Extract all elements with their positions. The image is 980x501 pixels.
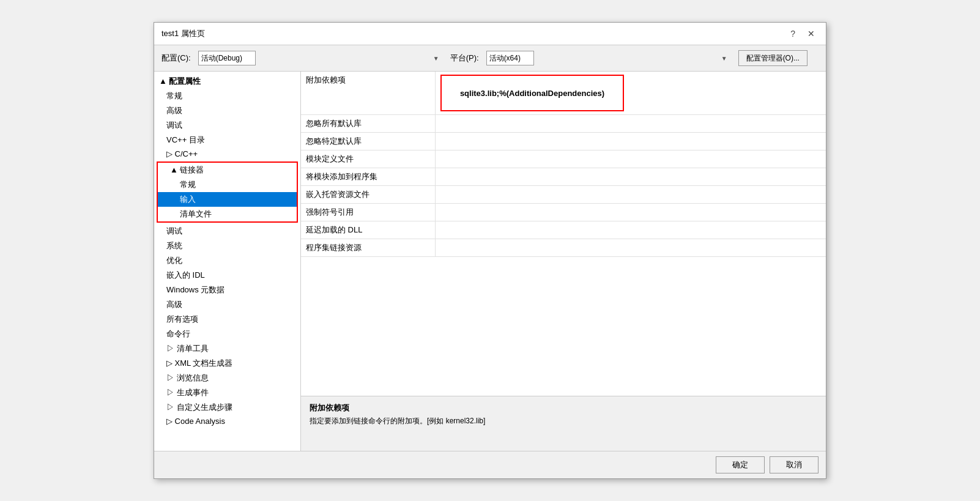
tree-item-debug2[interactable]: 调试 xyxy=(154,224,300,239)
toolbar: 配置(C): 活动(Debug) ▼ 平台(P): 活动(x64) ▼ 配置管理… xyxy=(154,45,826,72)
props-rows: 附加依赖项sqlite3.lib;%(AdditionalDependencie… xyxy=(301,72,826,257)
tree-item-browse-info[interactable]: ▷ 浏览信息 xyxy=(154,371,300,385)
prop-row-3: 模块定义文件 xyxy=(301,150,826,168)
platform-select-arrow: ▼ xyxy=(721,55,727,62)
prop-name-7: 延迟加载的 DLL xyxy=(301,221,436,239)
tree-item-advanced[interactable]: 高级 xyxy=(154,103,300,118)
properties-table: 附加依赖项sqlite3.lib;%(AdditionalDependencie… xyxy=(301,72,826,396)
prop-row-4: 将模块添加到程序集 xyxy=(301,168,826,186)
right-panel: 附加依赖项sqlite3.lib;%(AdditionalDependencie… xyxy=(301,72,826,451)
desc-title: 附加依赖项 xyxy=(310,403,817,414)
properties-dialog: test1 属性页 ? ✕ 配置(C): 活动(Debug) ▼ 平台(P): … xyxy=(154,22,826,479)
tree-item-winmeta[interactable]: Windows 元数据 xyxy=(154,283,300,297)
title-bar-buttons: ? ✕ xyxy=(787,28,819,40)
tree-item-code-analysis[interactable]: ▷ Code Analysis xyxy=(154,415,300,428)
prop-row-1: 忽略所有默认库 xyxy=(301,115,826,133)
left-panel: ▲ 配置属性 常规高级调试VC++ 目录▷ C/C++▲ 链接器常规输入清单文件… xyxy=(154,72,301,451)
tree-item-system[interactable]: 系统 xyxy=(154,239,300,253)
config-select[interactable]: 活动(Debug) xyxy=(198,51,256,65)
config-label: 配置(C): xyxy=(161,53,191,64)
tree-item-linker-manifest[interactable]: 清单文件 xyxy=(158,207,297,221)
tree-item-xml-doc[interactable]: ▷ XML 文档生成器 xyxy=(154,356,300,371)
prop-value-7 xyxy=(436,221,826,239)
tree-item-linker-general[interactable]: 常规 xyxy=(158,177,297,192)
prop-row-7: 延迟加载的 DLL xyxy=(301,221,826,239)
tree-item-allopts[interactable]: 所有选项 xyxy=(154,312,300,327)
prop-name-1: 忽略所有默认库 xyxy=(301,115,436,132)
prop-value-4 xyxy=(436,168,826,185)
tree-item-custom-build[interactable]: ▷ 自定义生成步骤 xyxy=(154,400,300,415)
prop-value-1 xyxy=(436,115,826,132)
prop-row-8: 程序集链接资源 xyxy=(301,239,826,257)
ok-button[interactable]: 确定 xyxy=(716,456,765,473)
config-select-wrapper: 活动(Debug) ▼ xyxy=(198,51,443,65)
tree-item-vcdirs[interactable]: VC++ 目录 xyxy=(154,133,300,147)
dialog-title: test1 属性页 xyxy=(161,28,205,39)
prop-name-4: 将模块添加到程序集 xyxy=(301,168,436,185)
help-button[interactable]: ? xyxy=(787,28,799,40)
prop-value-6 xyxy=(436,204,826,221)
tree-items: 常规高级调试VC++ 目录▷ C/C++▲ 链接器常规输入清单文件调试系统优化嵌… xyxy=(154,89,300,428)
tree-item-idl[interactable]: 嵌入的 IDL xyxy=(154,268,300,283)
linker-red-box: ▲ 链接器常规输入清单文件 xyxy=(157,161,298,223)
tree-item-advanced2[interactable]: 高级 xyxy=(154,297,300,312)
config-mgr-button[interactable]: 配置管理器(O)... xyxy=(738,50,807,66)
platform-select[interactable]: 活动(x64) xyxy=(486,51,534,65)
prop-row-0[interactable]: 附加依赖项sqlite3.lib;%(AdditionalDependencie… xyxy=(301,72,826,115)
title-bar: test1 属性页 ? ✕ xyxy=(154,23,826,45)
prop-name-5: 嵌入托管资源文件 xyxy=(301,186,436,203)
close-button[interactable]: ✕ xyxy=(804,28,819,40)
desc-text: 指定要添加到链接命令行的附加项。[例如 kernel32.lib] xyxy=(310,416,817,426)
main-content: ▲ 配置属性 常规高级调试VC++ 目录▷ C/C++▲ 链接器常规输入清单文件… xyxy=(154,72,826,451)
tree-item-manifest-tool[interactable]: ▷ 清单工具 xyxy=(154,341,300,356)
prop-value-5 xyxy=(436,186,826,203)
tree-item-debug[interactable]: 调试 xyxy=(154,118,300,133)
prop-value-2 xyxy=(436,133,826,150)
tree-item-general[interactable]: 常规 xyxy=(154,89,300,103)
config-select-arrow: ▼ xyxy=(433,55,439,62)
tree-item-linker[interactable]: ▲ 链接器 xyxy=(158,163,297,177)
tree-item-cpp[interactable]: ▷ C/C++ xyxy=(154,147,300,160)
prop-row-2: 忽略特定默认库 xyxy=(301,133,826,150)
prop-name-3: 模块定义文件 xyxy=(301,150,436,168)
prop-name-2: 忽略特定默认库 xyxy=(301,133,436,150)
tree-item-build-events[interactable]: ▷ 生成事件 xyxy=(154,385,300,400)
platform-select-wrapper: 活动(x64) ▼ xyxy=(486,51,731,65)
prop-row-6: 强制符号引用 xyxy=(301,204,826,221)
prop-row-5: 嵌入托管资源文件 xyxy=(301,186,826,204)
prop-value-3 xyxy=(436,150,826,168)
prop-name-6: 强制符号引用 xyxy=(301,204,436,221)
tree-item-linker-input[interactable]: 输入 xyxy=(158,192,297,207)
description-panel: 附加依赖项 指定要添加到链接命令行的附加项。[例如 kernel32.lib] xyxy=(301,396,826,451)
cancel-button[interactable]: 取消 xyxy=(770,456,819,473)
tree-item-optimize[interactable]: 优化 xyxy=(154,253,300,268)
prop-value-0[interactable]: sqlite3.lib;%(AdditionalDependencies) xyxy=(436,72,826,114)
prop-name-0: 附加依赖项 xyxy=(301,72,436,114)
tree-root[interactable]: ▲ 配置属性 xyxy=(154,74,300,89)
platform-label: 平台(P): xyxy=(450,53,479,64)
bottom-bar: 确定 取消 xyxy=(154,451,826,478)
highlighted-value-box: sqlite3.lib;%(AdditionalDependencies) xyxy=(440,75,624,111)
prop-name-8: 程序集链接资源 xyxy=(301,239,436,256)
prop-value-8 xyxy=(436,239,826,256)
tree-item-cmdline[interactable]: 命令行 xyxy=(154,327,300,341)
